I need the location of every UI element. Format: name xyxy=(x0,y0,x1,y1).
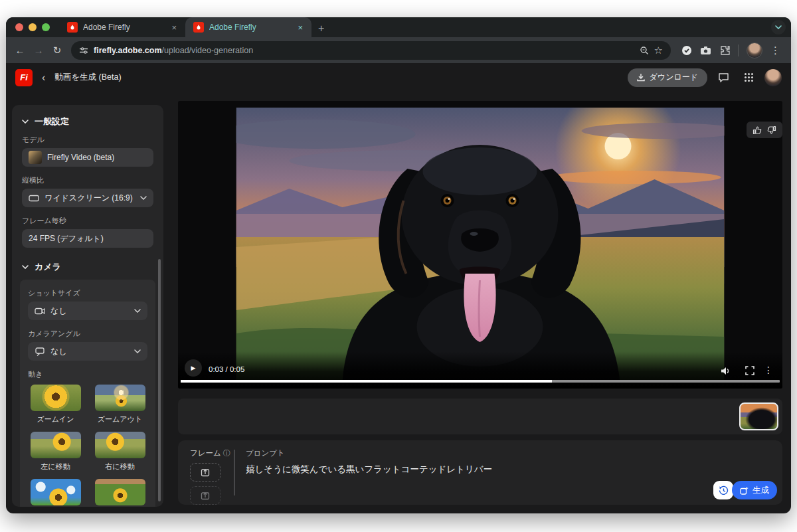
forward-icon[interactable]: → xyxy=(30,42,47,59)
address-bar[interactable]: firefly.adobe.com/upload/video-generatio… xyxy=(71,41,671,60)
model-value: Firefly Video (beta) xyxy=(47,153,114,162)
site-settings-icon[interactable] xyxy=(79,46,88,54)
shot-size-value: なし xyxy=(50,306,67,317)
tab-close-icon[interactable]: × xyxy=(296,23,305,33)
motion-grid: ズームイン ズームアウト 左に移動 右に移動 xyxy=(28,385,147,507)
traffic-lights xyxy=(6,17,59,37)
url-path: /upload/video-generation xyxy=(162,46,254,55)
video-progress-bar[interactable] xyxy=(181,380,780,383)
browser-window: Adobe Firefly × Adobe Firefly × + ← → ↻ … xyxy=(6,17,791,513)
shot-size-label: ショットサイズ xyxy=(28,288,147,298)
tab-search-button[interactable] xyxy=(771,20,786,35)
maximize-window-button[interactable] xyxy=(42,23,50,31)
video-controls: ▶ 0:03 / 0:05 ⋮ xyxy=(178,351,782,389)
fps-field[interactable]: 24 FPS (デフォルト) xyxy=(22,229,153,248)
play-button[interactable]: ▶ xyxy=(185,359,202,377)
motion-zoom-out[interactable]: ズームアウト xyxy=(92,385,147,424)
play-icon: ▶ xyxy=(191,365,196,371)
upload-frame-icon xyxy=(201,491,210,500)
motion-thumbnail xyxy=(95,432,145,458)
generated-dog-video xyxy=(236,108,725,382)
thumbs-up-icon[interactable] xyxy=(753,126,762,135)
shot-size-dropdown[interactable]: なし xyxy=(28,302,147,320)
info-icon[interactable]: ⓘ xyxy=(223,448,230,458)
motion-thumbnail xyxy=(31,479,81,505)
aspect-ratio-value: ワイドスクリーン (16:9) xyxy=(44,193,133,204)
tab-adobe-firefly-1[interactable]: Adobe Firefly × xyxy=(59,17,185,37)
reload-icon[interactable]: ↻ xyxy=(48,42,66,59)
download-icon xyxy=(637,73,645,82)
extension-camera-icon[interactable] xyxy=(700,46,711,55)
aspect-ratio-dropdown[interactable]: ワイドスクリーン (16:9) xyxy=(22,189,153,207)
video-thumbnail[interactable] xyxy=(739,402,778,430)
video-menu-kebab-icon[interactable]: ⋮ xyxy=(764,365,773,375)
tab-adobe-firefly-2[interactable]: Adobe Firefly × xyxy=(185,17,311,37)
back-icon[interactable]: ← xyxy=(11,42,29,59)
browser-toolbar: ← → ↻ firefly.adobe.com/upload/video-gen… xyxy=(6,37,791,63)
zoom-icon[interactable] xyxy=(640,46,649,55)
camera-angle-icon xyxy=(35,347,45,356)
tab-title: Adobe Firefly xyxy=(209,23,290,32)
widescreen-icon xyxy=(29,195,39,202)
aspect-ratio-label: 縦横比 xyxy=(22,175,153,185)
chevron-down-icon xyxy=(22,265,29,269)
motion-tilt-up[interactable] xyxy=(28,479,83,507)
sidebar-scrollbar[interactable] xyxy=(158,259,161,501)
url-domain: firefly.adobe.com xyxy=(94,46,162,55)
firefly-app-header: Fi ‹ 動画を生成 (Beta) ダウンロード xyxy=(6,63,791,92)
page-title: 動画を生成 (Beta) xyxy=(54,72,121,83)
firefly-favicon xyxy=(67,22,78,33)
video-camera-icon xyxy=(35,308,45,315)
feedback-pill xyxy=(747,122,782,138)
motion-tilt-down[interactable] xyxy=(92,479,147,507)
upload-frame-icon xyxy=(201,468,210,477)
firefly-logo[interactable]: Fi xyxy=(15,69,33,86)
motion-move-left[interactable]: 左に移動 xyxy=(28,432,83,471)
video-frame xyxy=(236,108,725,385)
history-icon xyxy=(719,486,729,495)
model-field[interactable]: Firefly Video (beta) xyxy=(22,148,153,167)
section-camera[interactable]: カメラ xyxy=(22,261,153,273)
camera-angle-label: カメラアングル xyxy=(28,328,147,339)
model-label: モデル xyxy=(22,134,153,145)
timeline-strip[interactable] xyxy=(178,399,782,434)
last-frame-upload[interactable] xyxy=(190,486,221,505)
prompt-label: プロンプト xyxy=(246,448,650,458)
generate-icon xyxy=(740,486,749,495)
prompt-divider xyxy=(234,450,235,495)
fps-value: 24 FPS (デフォルト) xyxy=(29,233,104,244)
bookmark-star-icon[interactable]: ☆ xyxy=(654,44,663,56)
video-player[interactable]: ▶ 0:03 / 0:05 ⋮ xyxy=(178,101,782,389)
toolbar-divider xyxy=(738,44,739,56)
first-frame-upload[interactable] xyxy=(190,463,221,482)
generate-button[interactable]: 生成 xyxy=(732,481,777,499)
motion-thumbnail xyxy=(95,385,145,411)
browser-profile-avatar[interactable] xyxy=(747,43,762,58)
section-general-settings[interactable]: 一般設定 xyxy=(22,116,153,128)
extension-check-icon[interactable] xyxy=(681,45,692,56)
browser-menu-kebab-icon[interactable]: ⋮ xyxy=(770,44,780,56)
user-avatar[interactable] xyxy=(764,69,782,86)
chevron-down-icon xyxy=(22,120,29,124)
chevron-down-icon xyxy=(134,309,141,313)
prompt-text[interactable]: 嬉しそうに微笑んでいる黒いフラットコーテッドレトリバー xyxy=(246,464,650,476)
extensions-puzzle-icon[interactable] xyxy=(719,45,730,56)
download-button[interactable]: ダウンロード xyxy=(628,68,707,87)
camera-angle-dropdown[interactable]: なし xyxy=(28,342,147,361)
tab-strip: Adobe Firefly × Adobe Firefly × + xyxy=(6,17,791,37)
motion-move-right[interactable]: 右に移動 xyxy=(92,432,147,471)
volume-icon[interactable] xyxy=(721,367,731,375)
motion-zoom-in[interactable]: ズームイン xyxy=(28,385,83,424)
new-tab-button[interactable]: + xyxy=(311,20,331,37)
close-window-button[interactable] xyxy=(15,23,23,31)
thumbs-down-icon[interactable] xyxy=(767,126,776,135)
back-chevron-icon[interactable]: ‹ xyxy=(39,72,48,84)
chevron-down-icon xyxy=(134,349,141,353)
fullscreen-icon[interactable] xyxy=(745,366,754,375)
history-button[interactable] xyxy=(713,481,733,499)
apps-grid-icon[interactable] xyxy=(739,68,758,87)
feedback-comment-icon[interactable] xyxy=(714,68,733,87)
minimize-window-button[interactable] xyxy=(29,23,37,31)
tab-close-icon[interactable]: × xyxy=(169,23,179,33)
fps-label: フレーム毎秒 xyxy=(22,215,153,226)
